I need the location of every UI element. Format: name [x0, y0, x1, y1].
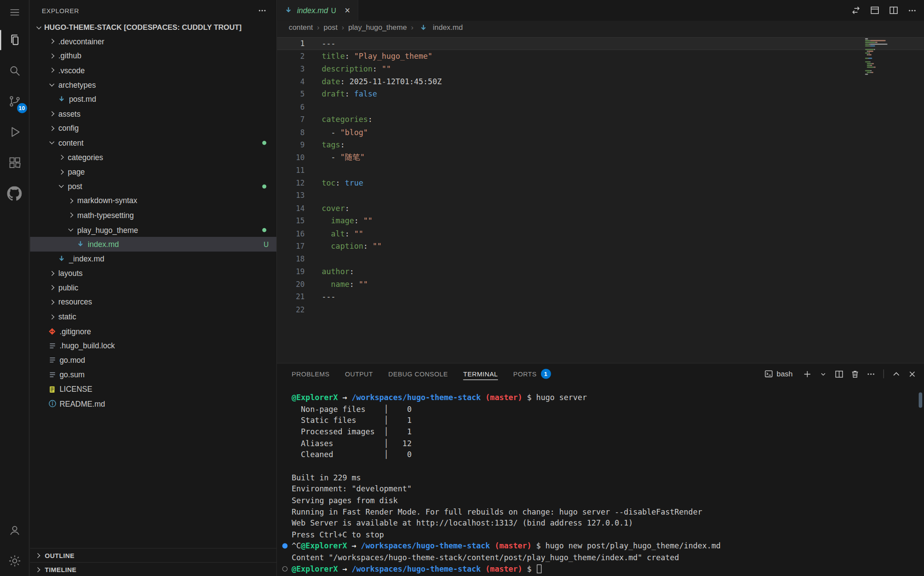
- code-line-22[interactable]: 22: [277, 303, 924, 316]
- run-and-debug-icon[interactable]: [0, 117, 29, 147]
- breadcrumb-item-post[interactable]: post: [324, 24, 338, 32]
- tree-item-.devcontainer[interactable]: .devcontainer: [30, 34, 276, 49]
- tree-item-_index.md[interactable]: _index.md: [30, 251, 276, 266]
- code-line-4[interactable]: 4date: 2025-11-12T01:45:50Z: [277, 75, 924, 88]
- chevron-right-icon: [49, 271, 54, 275]
- code-line-16[interactable]: 16 alt: "": [277, 227, 924, 240]
- breadcrumb-item-content[interactable]: content: [289, 24, 313, 32]
- tree-item-.vscode[interactable]: .vscode: [30, 63, 276, 78]
- code-line-7[interactable]: 7categories:: [277, 113, 924, 126]
- code-line-text: ---: [322, 293, 336, 301]
- code-line-10[interactable]: 10 - "随笔": [277, 151, 924, 164]
- terminal-scrollbar-thumb[interactable]: [919, 393, 922, 408]
- panel-tab-ports[interactable]: PORTS1: [513, 364, 551, 384]
- tree-item-layouts[interactable]: layouts: [30, 266, 276, 280]
- code-line-13[interactable]: 13: [277, 189, 924, 202]
- tree-item-categories[interactable]: categories: [30, 150, 276, 165]
- code-line-1[interactable]: 1---: [277, 37, 924, 50]
- tree-item-archetypes[interactable]: archetypes: [30, 78, 276, 92]
- code-line-9[interactable]: 9tags:: [277, 139, 924, 151]
- code-line-20[interactable]: 20 name: "": [277, 278, 924, 290]
- maximize-panel-icon[interactable]: [889, 367, 903, 381]
- tree-item-label: post.md: [69, 95, 96, 104]
- tree-item-.gitignore[interactable]: .gitignore: [30, 324, 276, 339]
- terminal-shell-selector[interactable]: bash: [764, 369, 793, 378]
- editor-more-actions-icon[interactable]: [905, 3, 919, 17]
- explorer-icon[interactable]: [0, 25, 29, 55]
- split-editor-icon[interactable]: [886, 3, 900, 17]
- tree-item-index.md[interactable]: index.mdU: [30, 237, 276, 251]
- breadcrumb-separator: ›: [342, 24, 344, 32]
- github-icon[interactable]: [0, 178, 29, 209]
- code-line-14[interactable]: 14cover:: [277, 202, 924, 215]
- tree-item-label: README.md: [60, 399, 105, 408]
- terminal-view[interactable]: @ExplorerX → /workspaces/hugo-theme-stac…: [277, 384, 924, 576]
- tree-item-.github[interactable]: .github: [30, 49, 276, 63]
- settings-gear-icon[interactable]: [0, 546, 29, 576]
- code-line-5[interactable]: 5draft: false: [277, 88, 924, 100]
- tree-item-markdown-syntax[interactable]: markdown-syntax: [30, 193, 276, 208]
- tree-item-license[interactable]: LICENSE: [30, 382, 276, 397]
- open-preview-icon[interactable]: [867, 3, 881, 17]
- breadcrumb-item-play_hugo_theme[interactable]: play_hugo_theme: [348, 24, 407, 32]
- tree-item-assets[interactable]: assets: [30, 107, 276, 121]
- tab-index-md[interactable]: index.md U ×: [277, 0, 358, 21]
- code-line-12[interactable]: 12toc: true: [277, 176, 924, 189]
- open-changes-icon[interactable]: [849, 3, 863, 17]
- source-control-icon[interactable]: 10: [0, 86, 29, 117]
- explorer-more-actions-icon[interactable]: [255, 3, 269, 17]
- code-line-2[interactable]: 2title: "Play_hugo_theme": [277, 50, 924, 62]
- extensions-icon[interactable]: [0, 147, 29, 178]
- split-terminal-icon[interactable]: [832, 367, 846, 381]
- code-line-text: description: "": [322, 64, 391, 73]
- accounts-icon[interactable]: [0, 515, 29, 546]
- code-line-6[interactable]: 6: [277, 100, 924, 113]
- panel-tab-terminal[interactable]: TERMINAL: [463, 364, 498, 384]
- panel-tab-debug-console[interactable]: DEBUG CONSOLE: [388, 364, 448, 384]
- tree-item-content[interactable]: content: [30, 136, 276, 150]
- code-line-21[interactable]: 21---: [277, 290, 924, 303]
- tree-item-config[interactable]: config: [30, 121, 276, 136]
- workspace-root-folder[interactable]: HUGO-THEME-STACK [CODESPACES: CUDDLY TRO…: [30, 21, 276, 34]
- code-line-19[interactable]: 19author:: [277, 265, 924, 278]
- tree-item-.hugo_build.lock[interactable]: .hugo_build.lock: [30, 339, 276, 353]
- tree-item-page[interactable]: page: [30, 165, 276, 179]
- code-line-8[interactable]: 8 - "blog": [277, 126, 924, 139]
- code-line-15[interactable]: 15 image: "": [277, 215, 924, 227]
- new-terminal-icon[interactable]: [800, 367, 814, 381]
- close-panel-icon[interactable]: [905, 367, 919, 381]
- tree-item-go.mod[interactable]: go.mod: [30, 353, 276, 368]
- minimap[interactable]: [862, 37, 924, 363]
- kill-terminal-trash-icon[interactable]: [848, 367, 862, 381]
- code-line-11[interactable]: 11: [277, 164, 924, 176]
- search-icon[interactable]: [0, 55, 29, 86]
- panel-tab-output[interactable]: OUTPUT: [345, 364, 373, 384]
- tree-item-public[interactable]: public: [30, 280, 276, 295]
- tree-item-post.md[interactable]: post.md: [30, 92, 276, 107]
- panel-tab-problems[interactable]: PROBLEMS: [292, 364, 329, 384]
- code-line-17[interactable]: 17 caption: "": [277, 240, 924, 253]
- terminal-more-actions-icon[interactable]: [864, 367, 878, 381]
- tree-item-readme.md[interactable]: README.md: [30, 397, 276, 411]
- outline-section[interactable]: OUTLINE: [30, 548, 276, 562]
- launch-profile-chevron-icon[interactable]: [816, 367, 830, 381]
- menu-icon[interactable]: [0, 0, 29, 25]
- timeline-section[interactable]: TIMELINE: [30, 562, 276, 576]
- terminal-line: Environment: "development": [277, 483, 924, 495]
- tree-item-math-typesetting[interactable]: math-typesetting: [30, 208, 276, 222]
- code-line-18[interactable]: 18: [277, 253, 924, 265]
- command-decoration-success[interactable]: [282, 544, 287, 549]
- tree-item-post[interactable]: post: [30, 179, 276, 193]
- tree-item-label: config: [58, 124, 79, 133]
- code-line-3[interactable]: 3description: "": [277, 62, 924, 75]
- info-file-icon: [47, 400, 58, 408]
- tree-item-play_hugo_theme[interactable]: play_hugo_theme: [30, 222, 276, 237]
- breadcrumb-item-index.md[interactable]: index.md: [433, 24, 463, 32]
- tree-item-resources[interactable]: resources: [30, 295, 276, 309]
- code-editor[interactable]: 1---2title: "Play_hugo_theme"3descriptio…: [277, 35, 924, 363]
- tree-item-static[interactable]: static: [30, 310, 276, 324]
- code-lines: 1---2title: "Play_hugo_theme"3descriptio…: [277, 37, 924, 316]
- command-decoration-pending[interactable]: [282, 566, 287, 572]
- tree-item-go.sum[interactable]: go.sum: [30, 368, 276, 382]
- close-tab-icon[interactable]: ×: [341, 4, 353, 16]
